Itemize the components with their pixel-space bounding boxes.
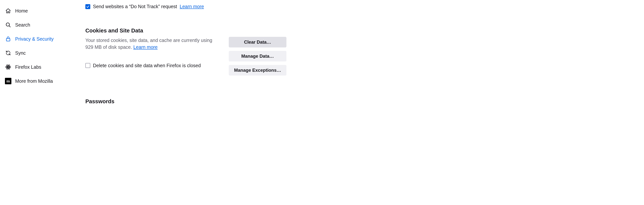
sidebar-item-search[interactable]: Search [4,18,82,32]
sidebar-item-label: Home [15,8,28,14]
do-not-track-label: Send websites a “Do Not Track” request [93,4,177,9]
mozilla-icon: m [5,78,12,84]
cookies-desc-prefix: Your stored cookies, site data, and cach… [85,38,212,43]
delete-on-close-label: Delete cookies and site data when Firefo… [93,62,201,69]
sidebar-item-label: Sync [15,50,26,56]
cookies-section: Your stored cookies, site data, and cach… [85,37,286,76]
sidebar-item-more-mozilla[interactable]: m More from Mozilla [4,74,82,88]
manage-data-button[interactable]: Manage Data… [229,51,286,62]
sidebar-item-label: More from Mozilla [15,78,53,84]
svg-line-1 [9,26,10,27]
sidebar-item-label: Search [15,22,30,28]
home-icon [5,8,12,14]
sidebar-item-privacy-security[interactable]: Privacy & Security [4,32,82,46]
labs-icon [5,64,12,70]
cookies-description: Your stored cookies, site data, and cach… [85,37,221,69]
passwords-heading: Passwords [85,98,286,105]
search-icon [5,22,12,28]
svg-point-3 [8,66,9,68]
lock-icon [5,36,12,42]
do-not-track-learn-more-link[interactable]: Learn more [180,4,204,9]
cookies-size: 929 MB [85,44,102,50]
sidebar-item-label: Privacy & Security [15,36,54,42]
do-not-track-row: Send websites a “Do Not Track” request L… [85,4,286,9]
settings-sidebar: Home Search Privacy & Security Sync Fire [0,0,82,205]
manage-exceptions-button[interactable]: Manage Exceptions… [229,65,286,76]
settings-main: Send websites a “Do Not Track” request L… [82,0,294,205]
sidebar-item-firefox-labs[interactable]: Firefox Labs [4,60,82,74]
do-not-track-checkbox[interactable] [85,4,90,9]
sidebar-item-home[interactable]: Home [4,4,82,18]
cookies-buttons: Clear Data… Manage Data… Manage Exceptio… [229,37,286,76]
svg-rect-2 [6,39,10,41]
sync-icon [5,50,12,56]
sidebar-item-label: Firefox Labs [15,64,41,70]
cookies-heading: Cookies and Site Data [85,28,286,34]
cookies-desc-suffix: of disk space. [102,44,133,50]
cookies-learn-more-link[interactable]: Learn more [133,44,158,50]
sidebar-item-sync[interactable]: Sync [4,46,82,60]
delete-on-close-checkbox[interactable] [85,63,90,68]
delete-on-close-row: Delete cookies and site data when Firefo… [85,62,221,69]
clear-data-button[interactable]: Clear Data… [229,37,286,48]
